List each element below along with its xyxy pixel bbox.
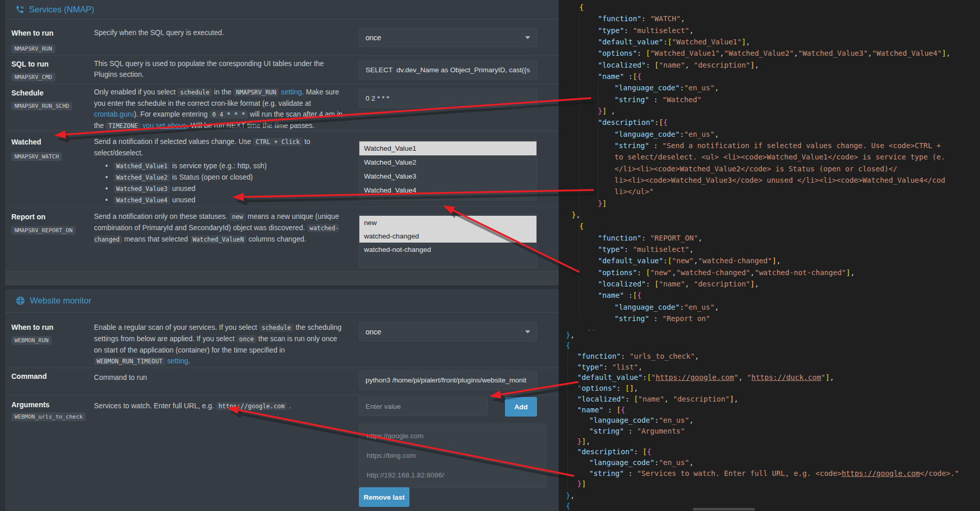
setting-code-badge: NMAPSRV_WATCH <box>11 152 62 161</box>
code-token: [ <box>646 268 650 277</box>
services-row-schedule: ScheduleNMAPSRV_RUN_SCHDOnly enabled if … <box>5 84 559 131</box>
code-token: : <box>634 448 643 456</box>
services-row-when-to-run: When to runNMAPSRV_RUNSpecify when the S… <box>5 20 559 55</box>
code-token: "language_code" <box>589 458 654 467</box>
desc-paragraph: This SQL query is used to populate the c… <box>94 58 344 80</box>
code-token: -- <box>587 326 596 334</box>
code-token: to select/deselect. <ul> <li><code>Watch… <box>614 153 945 161</box>
link[interactable]: setting <box>167 357 188 365</box>
code-token: "Report on" <box>662 314 710 323</box>
code-line: { <box>579 221 583 231</box>
link[interactable]: you set above <box>143 122 187 130</box>
webmon-row-command: CommandCommand to run <box>5 368 559 395</box>
desc-text: is Status (open or closed) <box>170 173 252 181</box>
desc-text: Send a notification only on these status… <box>94 213 229 220</box>
code-line: -- <box>587 325 596 335</box>
code-token: "type" <box>598 26 624 35</box>
add-button[interactable]: Add <box>505 397 537 417</box>
code-token: "Watched_Value3" <box>798 49 868 57</box>
remove-last-button[interactable]: Remove last <box>359 487 409 507</box>
code-token: , <box>607 107 615 115</box>
inline-code: Watched_Value1 <box>114 162 170 170</box>
code-token: "en_us" <box>659 458 689 467</box>
code-line: }], <box>577 436 590 446</box>
setting-input-command[interactable] <box>359 371 537 390</box>
desc-paragraph: Only enabled if you select schedule in t… <box>94 87 344 132</box>
setting-label: Schedule <box>11 89 43 97</box>
multiselect-option[interactable]: Watched_Value3 <box>359 169 536 183</box>
inline-code: TIMEZONE <box>106 122 140 130</box>
section-title: Services (NMAP) <box>29 5 94 14</box>
code-token: "Arguments" <box>637 427 685 435</box>
multiselect-option[interactable]: new <box>359 216 536 229</box>
code-line: "string" : "Arguments" <box>589 426 685 436</box>
code-token: : <box>663 257 667 265</box>
code-token: "watched-changed" <box>698 257 772 265</box>
code-token: "options" <box>598 268 637 277</box>
code-token: "watched-not-changed" <box>754 268 846 277</box>
link[interactable]: crontab.guru <box>94 110 134 118</box>
setting-select-when-to-run[interactable]: once <box>359 322 537 341</box>
code-token: , <box>715 84 719 92</box>
code-line: "localized": ["name", "description"], <box>598 60 759 70</box>
code-token: "name" <box>638 395 665 403</box>
multiselect-option[interactable]: Watched_Value1 <box>359 141 536 155</box>
code-token: "string" <box>614 314 649 323</box>
code-token: , <box>586 437 590 445</box>
code-token: "urls_to_check" <box>629 352 694 360</box>
setting-multiselect-watched[interactable]: Watched_Value1Watched_Value2Watched_Valu… <box>359 140 537 200</box>
app-root: Services (NMAP) When to runNMAPSRV_RUNSp… <box>0 0 980 511</box>
code-line: }] , <box>598 106 615 116</box>
setting-description: Send a notification if selected values c… <box>94 136 344 206</box>
code-line: { <box>566 340 570 350</box>
select-value: once <box>366 328 381 336</box>
code-line: "function": "REPORT_ON", <box>598 233 702 243</box>
multiselect-option[interactable]: Watched_Value2 <box>359 155 536 169</box>
list-editor: Addhttps://google.comhttps://bing.comhtt… <box>359 397 551 509</box>
code-token: " <box>747 373 751 381</box>
desc-text: ). For example entering <box>134 110 209 118</box>
code-token: { <box>637 72 641 81</box>
multiselect-option[interactable]: watched-changed <box>359 229 536 243</box>
code-token: ] <box>826 373 830 381</box>
code-token: { <box>647 448 651 456</box>
code-token: "string" <box>614 95 649 104</box>
url-list[interactable]: https://google.comhttps://bing.comhttp:/… <box>359 424 546 488</box>
code-token: "string" <box>614 141 649 150</box>
code-line: "string" : "Send a notification if selec… <box>614 140 941 151</box>
code-token: , <box>689 245 693 253</box>
setting-multiselect-report-on[interactable]: newwatched-changedwatched-not-changed <box>359 214 537 268</box>
inline-code: Watched_Value4 <box>114 196 170 204</box>
desc-text: Services to watch. Enter full URL, e.g. <box>94 402 216 410</box>
code-token: : <box>646 61 655 69</box>
desc-paragraph: Send a notification only on these status… <box>94 211 344 245</box>
code-line: "options": ["new","watched-changed","wat… <box>598 267 855 278</box>
setting-select-when-to-run[interactable]: once <box>359 28 537 47</box>
setting-input-schedule[interactable] <box>359 89 537 108</box>
indent-guide <box>579 6 580 320</box>
code-token: "en_us" <box>684 303 715 311</box>
phone-volume-icon <box>15 5 24 14</box>
setting-input-sql-to-run[interactable] <box>359 60 537 79</box>
multiselect-option[interactable]: watched-not-changed <box>359 243 536 256</box>
horizontal-scrollbar[interactable] <box>693 508 755 510</box>
code-token: , <box>738 373 747 381</box>
url-entry-input[interactable] <box>359 397 488 416</box>
setting-description: Only enabled if you select schedule in t… <box>94 87 344 134</box>
code-line: "language_code":"en_us", <box>589 457 693 468</box>
setting-code-badge: WEBMON_RUN <box>11 336 52 345</box>
select-value: once <box>366 34 381 42</box>
code-token: [ <box>655 280 659 288</box>
desc-text: Command to run <box>94 374 147 381</box>
code-line: "localized": ["name", "description"], <box>598 279 759 289</box>
code-line: "options": [], <box>577 383 638 393</box>
desc-text: Send a notification if selected values c… <box>94 138 253 146</box>
multiselect-option[interactable]: Watched_Value4 <box>359 183 536 197</box>
code-token: : <box>641 234 650 242</box>
link[interactable]: setting <box>281 88 302 96</box>
code-token: , <box>754 280 758 288</box>
code-line: </li><li><code>Watched_Value2</code> is … <box>614 164 897 174</box>
code-token: ] <box>602 199 606 207</box>
code-editor[interactable]: {"function": "WATCH","type": "multiselec… <box>559 0 980 511</box>
code-token: : <box>604 406 617 414</box>
